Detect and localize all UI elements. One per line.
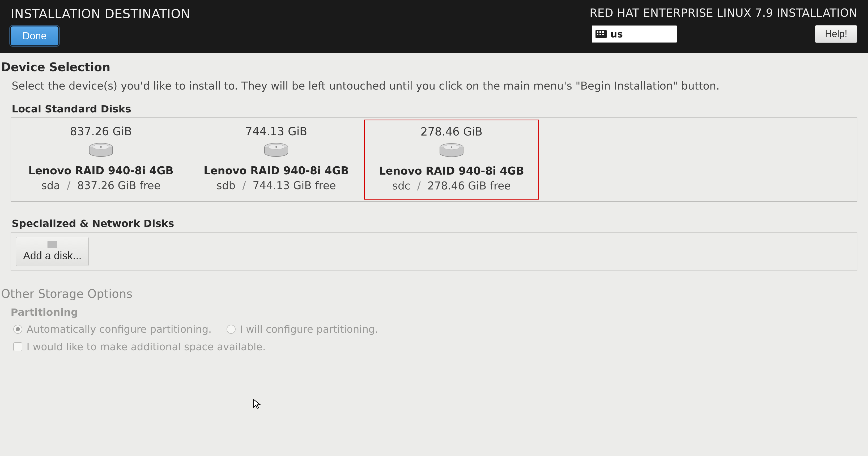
disk-name: Lenovo RAID 940-8i 4GB <box>193 164 359 177</box>
separator: / <box>63 179 77 191</box>
disk-card-sdc[interactable]: 278.46 GiB Lenovo RAID 940-8i 4GB sdc / … <box>364 120 539 200</box>
radio-auto-partition[interactable] <box>13 325 22 334</box>
header-row2: us Help! <box>592 25 857 43</box>
device-selection-description: Select the device(s) you'd like to insta… <box>0 77 868 97</box>
disk-subtext: sdc / 278.46 GiB free <box>369 180 534 192</box>
radio-auto-partition-label: Automatically configure partitioning. <box>27 324 212 335</box>
disk-free: 837.26 GiB free <box>77 179 161 191</box>
partitioning-radio-row: Automatically configure partitioning. I … <box>0 321 868 337</box>
header-left: INSTALLATION DESTINATION Done <box>11 6 190 45</box>
disk-dev: sda <box>41 179 60 191</box>
separator: / <box>414 180 428 192</box>
radio-manual-partition-label: I will configure partitioning. <box>240 324 378 335</box>
done-button[interactable]: Done <box>11 26 58 45</box>
svg-point-5 <box>275 146 277 148</box>
header-bar: INSTALLATION DESTINATION Done RED HAT EN… <box>0 0 868 53</box>
add-disk-label: Add a disk... <box>23 250 82 262</box>
installer-title: RED HAT ENTERPRISE LINUX 7.9 INSTALLATIO… <box>590 6 857 20</box>
disk-subtext: sda / 837.26 GiB free <box>18 179 184 191</box>
radio-manual-partition[interactable] <box>226 325 236 334</box>
hard-drive-icon <box>88 142 114 159</box>
network-disks-area: Add a disk... <box>11 232 857 271</box>
page-title: INSTALLATION DESTINATION <box>11 6 190 21</box>
disk-free: 744.13 GiB free <box>253 179 336 191</box>
svg-point-2 <box>100 146 102 148</box>
checkbox-free-space-label: I would like to make additional space av… <box>27 341 266 353</box>
separator: / <box>239 179 253 191</box>
body: Device Selection Select the device(s) yo… <box>0 53 868 353</box>
mouse-cursor-icon <box>252 399 263 409</box>
add-disk-button[interactable]: Add a disk... <box>16 237 89 266</box>
device-selection-title: Device Selection <box>0 60 868 77</box>
disk-name: Lenovo RAID 940-8i 4GB <box>18 164 184 177</box>
local-disks-label: Local Standard Disks <box>0 97 868 117</box>
disk-dev: sdb <box>216 179 236 191</box>
partitioning-label: Partitioning <box>0 303 868 321</box>
network-disks-label: Specialized & Network Disks <box>0 202 868 232</box>
header-right: RED HAT ENTERPRISE LINUX 7.9 INSTALLATIO… <box>590 6 857 43</box>
disk-size: 278.46 GiB <box>369 125 534 138</box>
svg-point-8 <box>451 146 452 148</box>
local-disks-area: 837.26 GiB Lenovo RAID 940-8i 4GB sda / … <box>11 117 857 202</box>
disk-free: 278.46 GiB free <box>427 180 511 192</box>
disk-small-icon <box>48 241 57 248</box>
checkbox-free-space[interactable] <box>13 342 22 351</box>
other-storage-options-title: Other Storage Options <box>0 271 868 303</box>
disk-subtext: sdb / 744.13 GiB free <box>193 179 359 191</box>
hard-drive-icon <box>438 142 465 159</box>
disk-size: 744.13 GiB <box>193 125 359 138</box>
keyboard-layout-label: us <box>610 29 623 39</box>
help-button[interactable]: Help! <box>815 25 857 43</box>
free-space-row: I would like to make additional space av… <box>0 337 868 353</box>
disk-name: Lenovo RAID 940-8i 4GB <box>369 165 534 177</box>
hard-drive-icon <box>263 142 289 159</box>
disk-dev: sdc <box>392 180 410 192</box>
disk-card-sda[interactable]: 837.26 GiB Lenovo RAID 940-8i 4GB sda / … <box>13 120 189 200</box>
keyboard-layout-indicator[interactable]: us <box>592 26 677 42</box>
disk-size: 837.26 GiB <box>18 125 184 138</box>
disk-card-sdb[interactable]: 744.13 GiB Lenovo RAID 940-8i 4GB sdb / … <box>189 120 364 200</box>
keyboard-icon <box>595 30 607 38</box>
